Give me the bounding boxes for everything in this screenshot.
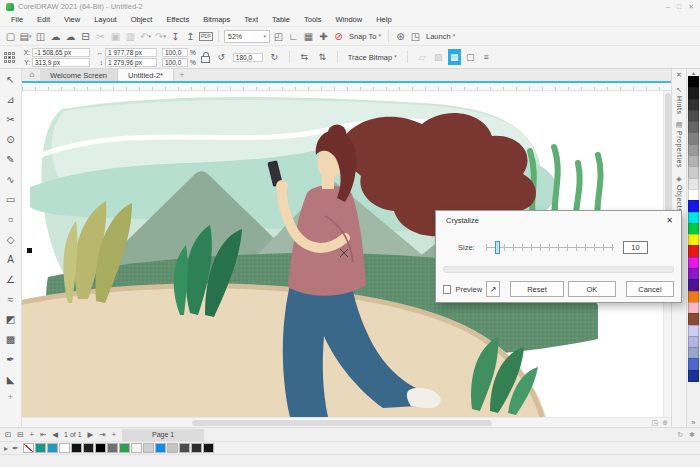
settings-icon[interactable]: ✱: [689, 431, 695, 439]
menu-table[interactable]: Table: [265, 15, 297, 24]
object-width-field[interactable]: 1 977,78 px: [105, 48, 157, 57]
polygon-tool[interactable]: ◇: [2, 230, 20, 250]
color-swatch[interactable]: [203, 443, 214, 453]
add-page-button[interactable]: +: [30, 430, 34, 439]
menu-file[interactable]: File: [4, 15, 30, 24]
save-icon[interactable]: ◫: [34, 28, 47, 45]
undo-icon[interactable]: ↶▾: [139, 28, 152, 45]
color-swatch[interactable]: [191, 443, 202, 453]
menu-layout[interactable]: Layout: [87, 15, 124, 24]
horizontal-scrollbar-thumb[interactable]: [192, 420, 492, 426]
previous-page-icon[interactable]: ◀: [52, 430, 58, 439]
rotate-ccw-icon[interactable]: ↺: [215, 49, 228, 65]
color-swatch[interactable]: [83, 443, 94, 453]
palette-expand-icon[interactable]: »: [692, 419, 696, 427]
text-tool[interactable]: A: [2, 250, 20, 270]
dialog-close-icon[interactable]: ✕: [666, 216, 673, 225]
horizontal-scrollbar[interactable]: ◳ ⊕: [22, 417, 671, 427]
menu-window[interactable]: Window: [328, 15, 369, 24]
color-swatch[interactable]: [59, 443, 70, 453]
import-icon[interactable]: ↧: [169, 28, 182, 45]
cut-icon[interactable]: ✂: [94, 28, 107, 45]
snap-off-icon[interactable]: ⊘: [332, 28, 345, 45]
preview-checkbox[interactable]: [443, 285, 451, 294]
tab-welcome-screen[interactable]: Welcome Screen: [40, 69, 118, 81]
new-document-icon[interactable]: ▢: [4, 28, 17, 45]
page-view-icon[interactable]: ⊟: [17, 430, 23, 439]
slider-handle[interactable]: [495, 241, 500, 254]
size-value-field[interactable]: 10: [623, 241, 648, 254]
first-page-icon[interactable]: ⇤: [40, 430, 46, 439]
mirror-horizontal-icon[interactable]: ⇆: [298, 49, 311, 65]
rotation-angle-field[interactable]: 180,0: [233, 53, 263, 62]
maximize-button[interactable]: □: [677, 3, 681, 11]
close-button[interactable]: ✕: [688, 3, 694, 11]
color-swatch[interactable]: [131, 443, 142, 453]
color-swatch[interactable]: [95, 443, 106, 453]
reset-button[interactable]: Reset: [510, 281, 564, 297]
zoom-navigator-icon[interactable]: ⊕: [662, 418, 668, 427]
mesh-fill-tool[interactable]: ▩: [2, 330, 20, 350]
color-swatch[interactable]: [143, 443, 154, 453]
ellipse-tool[interactable]: ○: [2, 210, 20, 230]
shape-tool[interactable]: ⊿: [2, 90, 20, 110]
expand-preview-button[interactable]: ↗: [486, 281, 500, 297]
zoom-tool[interactable]: ⊙: [2, 130, 20, 150]
artistic-media-tool[interactable]: ≈: [2, 290, 20, 310]
color-swatch[interactable]: [179, 443, 190, 453]
tab-untitled-2[interactable]: Untitled-2*: [118, 69, 174, 81]
menu-text[interactable]: Text: [237, 15, 265, 24]
docker-tab-hints[interactable]: ↖ Hints: [676, 86, 683, 114]
rectangle-tool[interactable]: ▭: [2, 190, 20, 210]
color-swatch[interactable]: [167, 443, 178, 453]
publish-pdf-icon[interactable]: PDF: [199, 32, 213, 41]
docker-tab-objects[interactable]: ◈ Objects: [676, 175, 683, 212]
copy-icon[interactable]: ▣: [109, 28, 122, 45]
mirror-vertical-icon[interactable]: ⇅: [316, 49, 329, 65]
bezier-tool[interactable]: ∿: [2, 170, 20, 190]
show-guidelines-icon[interactable]: ✚: [317, 28, 330, 45]
eyedropper-tool[interactable]: ✒: [2, 350, 20, 370]
object-origin-grid[interactable]: [4, 52, 15, 63]
launch-window-icon[interactable]: ◳: [409, 28, 422, 45]
full-screen-preview-icon[interactable]: ◰: [272, 28, 285, 45]
menu-tools[interactable]: Tools: [297, 15, 329, 24]
home-icon[interactable]: ⌂: [24, 69, 40, 81]
menu-help[interactable]: Help: [369, 15, 398, 24]
x-position-field[interactable]: -1 508,65 px: [32, 48, 90, 57]
color-swatch[interactable]: [107, 443, 118, 453]
paste-icon[interactable]: ▥: [124, 28, 137, 45]
cloud-download-icon[interactable]: ☁: [49, 28, 62, 45]
last-page-icon[interactable]: ⇥: [99, 430, 105, 439]
interactive-fill-tool[interactable]: ◣: [2, 370, 20, 390]
options-gear-icon[interactable]: ⊛: [394, 28, 407, 45]
edit-bitmap-icon[interactable]: ▱: [416, 49, 429, 65]
bitmap-frame-icon[interactable]: ▢: [464, 49, 477, 65]
export-icon[interactable]: ↥: [184, 28, 197, 45]
show-rulers-icon[interactable]: ∟: [287, 28, 300, 45]
navigator-icon[interactable]: ◳: [652, 418, 659, 427]
minimize-button[interactable]: –: [666, 3, 670, 11]
color-swatch[interactable]: [119, 443, 130, 453]
redo-icon[interactable]: ↷▾: [154, 28, 167, 45]
show-grid-icon[interactable]: ▦: [302, 28, 315, 45]
size-slider[interactable]: [486, 241, 614, 254]
crop-bitmap-icon[interactable]: ▨: [432, 49, 445, 65]
rotate-cw-icon[interactable]: ↻: [268, 49, 281, 65]
new-document-tab-button[interactable]: +: [174, 69, 190, 81]
color-swatch[interactable]: [155, 443, 166, 453]
page-1-tab[interactable]: Page 1: [122, 429, 204, 441]
y-position-field[interactable]: 313,9 px: [32, 58, 90, 67]
docker-close-icon[interactable]: ✕: [676, 71, 682, 79]
ok-button[interactable]: OK: [568, 281, 616, 297]
docker-tab-properties[interactable]: ▤ Properties: [676, 121, 683, 168]
cancel-button[interactable]: Cancel: [626, 281, 674, 297]
color-swatch[interactable]: [35, 443, 46, 453]
cloud-upload-icon[interactable]: ☁: [64, 28, 77, 45]
scale-v-field[interactable]: 100,0: [162, 58, 188, 67]
menu-bitmaps[interactable]: Bitmaps: [196, 15, 237, 24]
menu-object[interactable]: Object: [124, 15, 160, 24]
color-swatch[interactable]: [23, 443, 34, 453]
trace-bitmap-dropdown[interactable]: Trace Bitmap ▾: [346, 53, 399, 62]
color-swatch[interactable]: [688, 370, 699, 382]
